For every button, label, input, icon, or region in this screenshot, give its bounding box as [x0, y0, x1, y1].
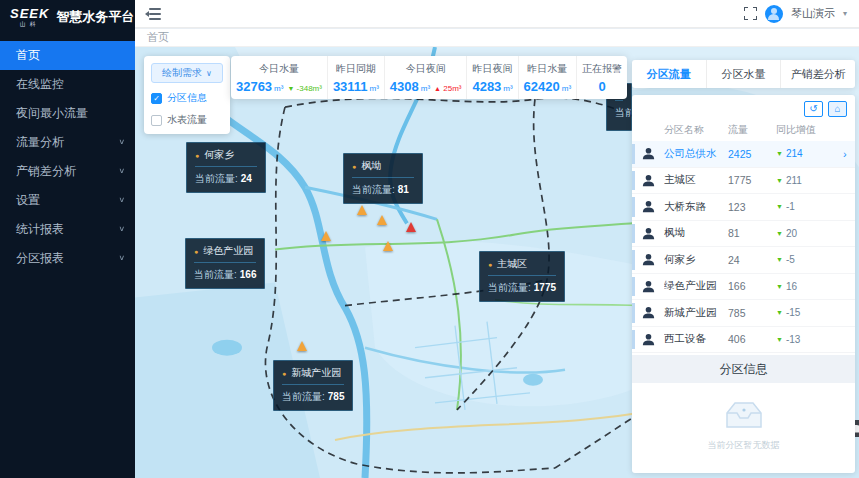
sidebar-item-statistics-report[interactable]: 统计报表 ∨ — [0, 215, 135, 244]
stat-label: 今日夜间 — [389, 62, 463, 76]
table-row[interactable]: 主城区 1775 ▼211 › — [632, 168, 855, 195]
chevron-down-icon: ∨ — [118, 247, 125, 270]
stat-value: 4308 — [390, 79, 419, 94]
down-arrow-icon: ▼ — [776, 336, 783, 343]
map-marker-icon[interactable] — [297, 341, 307, 351]
row-flow-value: 166 — [728, 280, 776, 292]
map-tooltip[interactable]: ● 枫坳 当前流量:81 — [343, 153, 423, 204]
row-delta-value: 16 — [786, 281, 797, 292]
fullscreen-icon[interactable] — [744, 7, 757, 20]
stat-yesterday-volume: 昨日水量 62420 m³ — [519, 56, 577, 99]
map-marker-icon[interactable] — [321, 231, 331, 241]
down-arrow-icon: ▼ — [776, 177, 783, 184]
sidebar-item-nrw-analysis[interactable]: 产销差分析 ∨ — [0, 157, 135, 186]
layer-control-panel: 绘制需求 ∨ ✓ 分区信息 水表流量 — [144, 56, 230, 134]
chevron-right-icon[interactable]: › — [843, 148, 855, 160]
table-row[interactable]: 公司总供水 2425 ▼214 › — [632, 141, 855, 168]
up-arrow-icon: ▲ — [434, 85, 441, 92]
username[interactable]: 琴山演示 — [791, 6, 835, 21]
stat-value: 62420 — [524, 79, 560, 94]
draw-demand-label: 绘制需求 — [162, 66, 202, 80]
row-flow-value: 785 — [728, 307, 776, 319]
app-logo: SEEK 山科 智慧水务平台 — [0, 0, 135, 33]
row-delta-value: -5 — [786, 254, 795, 265]
breadcrumb-bar: 首页 — [135, 29, 859, 47]
logo-text: SEEK — [10, 7, 49, 20]
map-tooltip[interactable]: ● 主城区 当前流量:1775 — [479, 251, 565, 302]
tooltip-zone-name: 新城产业园 — [291, 366, 341, 380]
sidebar-item-label: 分区报表 — [16, 251, 64, 265]
back-button[interactable]: ↺ — [804, 101, 823, 117]
smart-water-dashboard: SEEK 山科 智慧水务平台 首页 在线监控 夜间最小流量 流量分析 ∨ 产销差… — [0, 0, 859, 478]
table-row[interactable]: 何家乡 24 ▼-5 › — [632, 247, 855, 274]
stat-label: 昨日夜间 — [471, 62, 513, 76]
column-header-delta: 同比增值 — [776, 123, 855, 137]
tab-label: 分区流量 — [647, 67, 691, 82]
partition-user-icon — [641, 146, 656, 161]
row-zone-name: 公司总供水 — [664, 147, 728, 161]
map-tooltip[interactable]: ● 何家乡 当前流量:24 — [186, 142, 266, 193]
down-arrow-icon: ▼ — [776, 203, 783, 210]
tooltip-value: 785 — [328, 391, 345, 402]
stat-delta: 25m³ — [443, 84, 461, 93]
row-delta-value: -1 — [786, 201, 795, 212]
checkbox-checked-icon[interactable]: ✓ — [151, 93, 162, 104]
stat-label: 今日水量 — [235, 62, 323, 76]
map-marker-icon[interactable] — [377, 215, 387, 225]
layer-option-partition-info[interactable]: ✓ 分区信息 — [151, 91, 223, 105]
table-row[interactable]: 西工设备 406 ▼-13 › — [632, 327, 855, 354]
sidebar-item-online-monitoring[interactable]: 在线监控 — [0, 70, 135, 99]
tab-partition-flow[interactable]: 分区流量 — [632, 60, 707, 88]
marker-dot-icon: ● — [488, 261, 492, 268]
draw-demand-dropdown[interactable]: 绘制需求 ∨ — [151, 63, 223, 83]
stat-unit: m³ — [274, 84, 283, 93]
undo-icon: ↺ — [809, 103, 817, 114]
partition-user-icon — [641, 252, 656, 267]
user-menu-caret-icon[interactable]: ▾ — [843, 9, 847, 18]
tooltip-value: 24 — [241, 173, 252, 184]
home-button[interactable]: ⌂ — [828, 101, 847, 117]
table-row[interactable]: 枫坳 81 ▼20 › — [632, 221, 855, 248]
row-zone-name: 枫坳 — [664, 226, 728, 240]
partition-info-empty-state: 当前分区暂无数据 — [632, 383, 855, 452]
row-zone-name: 绿色产业园 — [664, 279, 728, 293]
row-delta-value: 211 — [786, 175, 802, 186]
sidebar-item-night-min-flow[interactable]: 夜间最小流量 — [0, 99, 135, 128]
row-delta-value: -13 — [786, 334, 800, 345]
row-flow-value: 2425 — [728, 148, 776, 160]
user-avatar[interactable] — [765, 5, 783, 23]
layer-option-label: 水表流量 — [167, 113, 207, 127]
sidebar-item-label: 首页 — [16, 48, 40, 62]
row-flow-value: 24 — [728, 254, 776, 266]
map-marker-icon[interactable] — [357, 205, 367, 215]
empty-state-text: 当前分区暂无数据 — [708, 439, 780, 452]
tooltip-zone-name: 何家乡 — [204, 148, 234, 162]
checkbox-unchecked-icon[interactable] — [151, 115, 162, 126]
sidebar-item-home[interactable]: 首页 — [0, 41, 135, 70]
tab-nrw-analysis[interactable]: 产销差分析 — [781, 60, 855, 88]
stat-today-night: 今日夜间 4308 m³ ▲ 25m³ — [385, 56, 468, 99]
stat-value: 32763 — [236, 79, 272, 94]
partition-user-icon — [641, 199, 656, 214]
table-row[interactable]: 新城产业园 785 ▼-15 › — [632, 300, 855, 327]
breadcrumb[interactable]: 首页 — [147, 30, 169, 45]
map-tooltip[interactable]: ● 新城产业园 当前流量:785 — [273, 360, 353, 411]
stat-label: 昨日同期 — [332, 62, 380, 76]
sidebar-item-partition-report[interactable]: 分区报表 ∨ — [0, 244, 135, 273]
table-row[interactable]: 大桥东路 123 ▼-1 › — [632, 194, 855, 221]
tab-partition-volume[interactable]: 分区水量 — [707, 60, 782, 88]
sidebar-item-settings[interactable]: 设置 ∨ — [0, 186, 135, 215]
map-marker-icon[interactable] — [383, 241, 393, 251]
chevron-down-icon: ∨ — [206, 69, 212, 78]
map-alarm-marker-icon[interactable] — [406, 222, 416, 232]
sidebar-item-flow-analysis[interactable]: 流量分析 ∨ — [0, 128, 135, 157]
layer-option-meter-flow[interactable]: 水表流量 — [151, 113, 223, 127]
row-delta-value: 214 — [786, 148, 803, 159]
map-tooltip[interactable]: ● 绿色产业园 当前流量:166 — [185, 238, 265, 289]
menu-collapse-icon[interactable] — [145, 8, 161, 20]
tab-label: 产销差分析 — [791, 67, 846, 82]
stat-label: 昨日水量 — [523, 62, 572, 76]
down-arrow-icon: ▼ — [776, 230, 783, 237]
row-zone-name: 西工设备 — [664, 332, 728, 346]
table-row[interactable]: 绿色产业园 166 ▼16 › — [632, 274, 855, 301]
